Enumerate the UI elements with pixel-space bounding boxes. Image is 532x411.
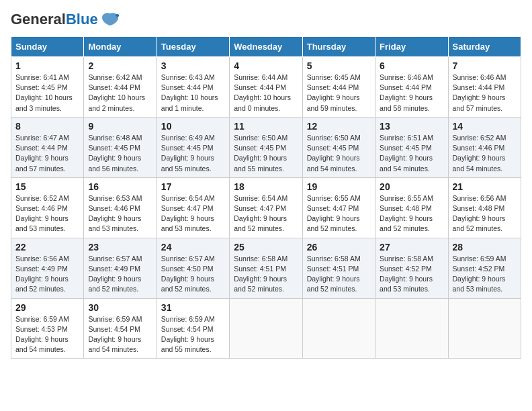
- day-info: Sunrise: 6:50 AM Sunset: 4:45 PM Dayligh…: [234, 133, 298, 174]
- day-info: Sunrise: 6:48 AM Sunset: 4:45 PM Dayligh…: [88, 133, 152, 174]
- calendar-day-cell: 18Sunrise: 6:54 AM Sunset: 4:47 PM Dayli…: [230, 177, 302, 238]
- day-number: 24: [161, 242, 225, 253]
- day-number: 7: [453, 60, 517, 71]
- day-info: Sunrise: 6:55 AM Sunset: 4:47 PM Dayligh…: [307, 193, 371, 234]
- calendar-day-cell: 27Sunrise: 6:58 AM Sunset: 4:52 PM Dayli…: [375, 238, 448, 298]
- calendar-week-row: 29Sunrise: 6:59 AM Sunset: 4:53 PM Dayli…: [11, 298, 521, 359]
- calendar-day-cell: 7Sunrise: 6:46 AM Sunset: 4:44 PM Daylig…: [448, 57, 521, 118]
- calendar-day-cell: 20Sunrise: 6:55 AM Sunset: 4:48 PM Dayli…: [375, 177, 448, 238]
- calendar-day-cell: 5Sunrise: 6:45 AM Sunset: 4:44 PM Daylig…: [302, 57, 375, 118]
- calendar-day-cell: 10Sunrise: 6:49 AM Sunset: 4:45 PM Dayli…: [157, 117, 229, 177]
- logo: GeneralBlue: [11, 11, 120, 28]
- calendar-day-cell: 1Sunrise: 6:41 AM Sunset: 4:45 PM Daylig…: [11, 57, 84, 118]
- calendar-day-cell: 4Sunrise: 6:44 AM Sunset: 4:44 PM Daylig…: [230, 57, 302, 118]
- day-number: 27: [380, 242, 443, 253]
- calendar-day-cell: 8Sunrise: 6:47 AM Sunset: 4:44 PM Daylig…: [11, 117, 84, 177]
- calendar-day-cell: 23Sunrise: 6:57 AM Sunset: 4:49 PM Dayli…: [84, 238, 157, 298]
- calendar-day-cell: 29Sunrise: 6:59 AM Sunset: 4:53 PM Dayli…: [11, 298, 84, 359]
- day-number: 8: [15, 121, 79, 132]
- day-info: Sunrise: 6:46 AM Sunset: 4:44 PM Dayligh…: [453, 73, 517, 113]
- calendar-day-cell: 3Sunrise: 6:43 AM Sunset: 4:44 PM Daylig…: [157, 57, 229, 118]
- day-info: Sunrise: 6:58 AM Sunset: 4:51 PM Dayligh…: [307, 254, 371, 295]
- calendar-day-cell: 31Sunrise: 6:59 AM Sunset: 4:54 PM Dayli…: [157, 298, 229, 359]
- day-info: Sunrise: 6:50 AM Sunset: 4:45 PM Dayligh…: [307, 133, 371, 174]
- calendar-day-cell: 17Sunrise: 6:54 AM Sunset: 4:47 PM Dayli…: [157, 177, 229, 238]
- day-info: Sunrise: 6:59 AM Sunset: 4:52 PM Dayligh…: [453, 254, 517, 295]
- day-number: 1: [15, 60, 79, 71]
- day-info: Sunrise: 6:43 AM Sunset: 4:44 PM Dayligh…: [161, 73, 225, 113]
- calendar-day-cell: 11Sunrise: 6:50 AM Sunset: 4:45 PM Dayli…: [230, 117, 302, 177]
- day-info: Sunrise: 6:58 AM Sunset: 4:52 PM Dayligh…: [380, 254, 443, 295]
- day-number: 3: [161, 60, 225, 71]
- day-info: Sunrise: 6:52 AM Sunset: 4:46 PM Dayligh…: [15, 193, 79, 234]
- day-number: 14: [453, 121, 517, 132]
- weekday-header: Thursday: [302, 37, 375, 57]
- calendar-day-cell: 6Sunrise: 6:46 AM Sunset: 4:44 PM Daylig…: [375, 57, 448, 118]
- calendar-week-row: 15Sunrise: 6:52 AM Sunset: 4:46 PM Dayli…: [11, 177, 521, 238]
- calendar-day-cell: 14Sunrise: 6:52 AM Sunset: 4:46 PM Dayli…: [448, 117, 521, 177]
- day-info: Sunrise: 6:52 AM Sunset: 4:46 PM Dayligh…: [453, 133, 517, 174]
- calendar-day-cell: 13Sunrise: 6:51 AM Sunset: 4:45 PM Dayli…: [375, 117, 448, 177]
- calendar-day-cell: 25Sunrise: 6:58 AM Sunset: 4:51 PM Dayli…: [230, 238, 302, 298]
- calendar-day-cell: 30Sunrise: 6:59 AM Sunset: 4:54 PM Dayli…: [84, 298, 157, 359]
- weekday-header: Friday: [375, 37, 448, 57]
- calendar-day-cell: 22Sunrise: 6:56 AM Sunset: 4:49 PM Dayli…: [11, 238, 84, 298]
- weekday-header: Wednesday: [230, 37, 302, 57]
- day-info: Sunrise: 6:56 AM Sunset: 4:49 PM Dayligh…: [15, 254, 79, 295]
- day-number: 4: [234, 60, 298, 71]
- day-number: 15: [15, 181, 79, 192]
- day-info: Sunrise: 6:53 AM Sunset: 4:46 PM Dayligh…: [88, 193, 152, 234]
- logo-bird-icon: [101, 12, 120, 27]
- day-number: 10: [161, 121, 225, 132]
- day-number: 9: [88, 121, 152, 132]
- calendar-week-row: 1Sunrise: 6:41 AM Sunset: 4:45 PM Daylig…: [11, 57, 521, 118]
- day-info: Sunrise: 6:59 AM Sunset: 4:54 PM Dayligh…: [161, 314, 225, 355]
- calendar-day-cell: 9Sunrise: 6:48 AM Sunset: 4:45 PM Daylig…: [84, 117, 157, 177]
- day-number: 16: [88, 181, 152, 192]
- day-info: Sunrise: 6:49 AM Sunset: 4:45 PM Dayligh…: [161, 133, 225, 174]
- day-number: 21: [453, 181, 517, 192]
- weekday-header: Tuesday: [157, 37, 229, 57]
- day-number: 28: [453, 242, 517, 253]
- day-info: Sunrise: 6:58 AM Sunset: 4:51 PM Dayligh…: [234, 254, 298, 295]
- day-info: Sunrise: 6:54 AM Sunset: 4:47 PM Dayligh…: [161, 193, 225, 234]
- header: GeneralBlue: [11, 11, 521, 28]
- calendar-week-row: 8Sunrise: 6:47 AM Sunset: 4:44 PM Daylig…: [11, 117, 521, 177]
- logo-text: GeneralBlue: [11, 11, 98, 28]
- day-info: Sunrise: 6:56 AM Sunset: 4:48 PM Dayligh…: [453, 193, 517, 234]
- day-info: Sunrise: 6:54 AM Sunset: 4:47 PM Dayligh…: [234, 193, 298, 234]
- calendar-day-cell: 12Sunrise: 6:50 AM Sunset: 4:45 PM Dayli…: [302, 117, 375, 177]
- day-number: 2: [88, 60, 152, 71]
- weekday-header: Monday: [84, 37, 157, 57]
- day-info: Sunrise: 6:41 AM Sunset: 4:45 PM Dayligh…: [15, 73, 79, 113]
- day-info: Sunrise: 6:57 AM Sunset: 4:49 PM Dayligh…: [88, 254, 152, 295]
- calendar-day-cell: 24Sunrise: 6:57 AM Sunset: 4:50 PM Dayli…: [157, 238, 229, 298]
- calendar-day-cell: 19Sunrise: 6:55 AM Sunset: 4:47 PM Dayli…: [302, 177, 375, 238]
- day-number: 22: [15, 242, 79, 253]
- day-number: 30: [88, 302, 152, 313]
- calendar-day-cell: 15Sunrise: 6:52 AM Sunset: 4:46 PM Dayli…: [11, 177, 84, 238]
- day-number: 13: [380, 121, 443, 132]
- day-number: 20: [380, 181, 443, 192]
- calendar-day-cell: 2Sunrise: 6:42 AM Sunset: 4:44 PM Daylig…: [84, 57, 157, 118]
- day-number: 17: [161, 181, 225, 192]
- day-number: 6: [380, 60, 443, 71]
- day-info: Sunrise: 6:45 AM Sunset: 4:44 PM Dayligh…: [307, 73, 371, 113]
- day-info: Sunrise: 6:47 AM Sunset: 4:44 PM Dayligh…: [15, 133, 79, 174]
- calendar-day-cell: [230, 298, 302, 359]
- calendar-day-cell: [375, 298, 448, 359]
- calendar-header-row: SundayMondayTuesdayWednesdayThursdayFrid…: [11, 37, 521, 57]
- day-info: Sunrise: 6:46 AM Sunset: 4:44 PM Dayligh…: [380, 73, 443, 113]
- calendar-day-cell: 16Sunrise: 6:53 AM Sunset: 4:46 PM Dayli…: [84, 177, 157, 238]
- day-number: 31: [161, 302, 225, 313]
- day-info: Sunrise: 6:59 AM Sunset: 4:54 PM Dayligh…: [88, 314, 152, 355]
- calendar-day-cell: [302, 298, 375, 359]
- weekday-header: Sunday: [11, 37, 84, 57]
- day-number: 23: [88, 242, 152, 253]
- day-number: 29: [15, 302, 79, 313]
- day-number: 25: [234, 242, 298, 253]
- calendar-week-row: 22Sunrise: 6:56 AM Sunset: 4:49 PM Dayli…: [11, 238, 521, 298]
- day-info: Sunrise: 6:55 AM Sunset: 4:48 PM Dayligh…: [380, 193, 443, 234]
- day-info: Sunrise: 6:51 AM Sunset: 4:45 PM Dayligh…: [380, 133, 443, 174]
- day-info: Sunrise: 6:42 AM Sunset: 4:44 PM Dayligh…: [88, 73, 152, 113]
